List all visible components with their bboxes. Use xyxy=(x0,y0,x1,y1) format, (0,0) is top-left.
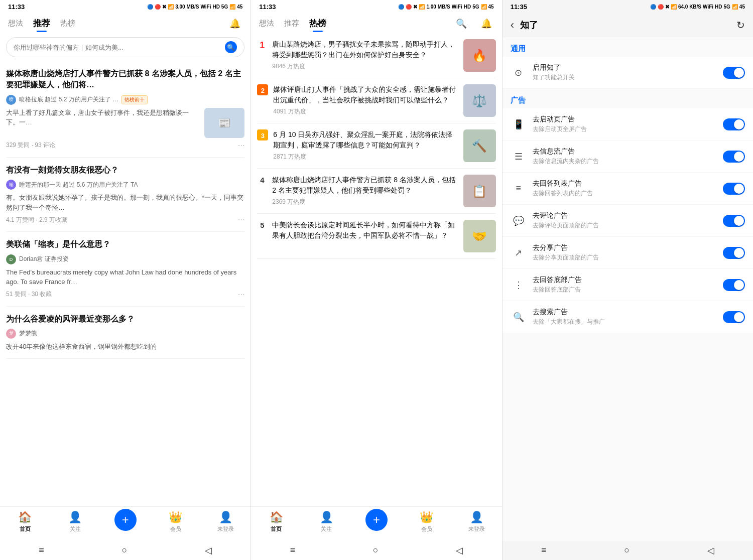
bottom-nav-profile-2[interactable]: 👤 未登录 xyxy=(452,511,502,533)
tab-hot-2[interactable]: 热榜 xyxy=(309,16,326,31)
bottom-nav-profile-1[interactable]: 👤 未登录 xyxy=(200,511,250,533)
feed-tag-1: 热榜前十 xyxy=(121,95,148,104)
sys-back-3[interactable]: ◁ xyxy=(707,545,714,556)
bottom-nav-follow-2[interactable]: 👤 关注 xyxy=(301,511,351,533)
feed-more-3[interactable]: ··· xyxy=(238,290,244,299)
hot-title-2: 媒体评唐山打人事件「挑战了大众的安全感，需让施暴者付出沉重代价」，当社会秩序被挑… xyxy=(273,84,458,105)
home-icon-1: 🏠 xyxy=(18,511,32,524)
status-time-2: 11:33 xyxy=(259,3,276,11)
sys-menu-2[interactable]: ≡ xyxy=(290,545,296,556)
bottom-nav-member-1[interactable]: 👑 会员 xyxy=(151,511,201,533)
hot-item-3[interactable]: 3 6 月 10 日吴亦凡强奸、聚众淫乱一案开庭，法院将依法择期宣判，庭审透露了… xyxy=(257,123,495,169)
search-input-1[interactable] xyxy=(14,44,221,51)
status-time-1: 11:33 xyxy=(8,3,25,11)
settings-item-search-ad[interactable]: 🔍 去搜索广告 去除「大家都在搜」与推广 xyxy=(503,301,753,333)
hot-item-2[interactable]: 2 媒体评唐山打人事件「挑战了大众的安全感，需让施暴者付出沉重代价」，当社会秩序… xyxy=(257,78,495,123)
feed-author-3: Dorian君 证券投资 xyxy=(19,255,69,263)
tab-ideas-2[interactable]: 想法 xyxy=(259,17,274,30)
search-icon-2[interactable]: 🔍 xyxy=(454,16,469,31)
toggle-comment-ad[interactable] xyxy=(723,215,745,227)
add-button-2[interactable]: + xyxy=(365,509,388,531)
search-ad-icon: 🔍 xyxy=(511,309,527,325)
follow-icon-2: 👤 xyxy=(320,511,333,524)
feed-container-1: 媒体称唐山烧烤店打人事件警方已抓获 8 名涉案人员，包括 2 名主要犯罪嫌疑人，… xyxy=(0,61,250,506)
feed-avatar-3: D xyxy=(6,254,16,264)
nav-tabs-2: 想法 推荐 热榜 🔍 🔔 xyxy=(251,14,501,33)
sys-nav-3: ≡ ○ ◁ xyxy=(503,541,753,560)
feed-ad-icon: ☰ xyxy=(511,149,527,165)
sys-back-1[interactable]: ◁ xyxy=(205,545,212,556)
toggle-answer-list-ad[interactable] xyxy=(723,183,745,195)
sys-menu-3[interactable]: ≡ xyxy=(541,545,547,556)
status-bar-1: 11:33 🔵 🔴 ✖ 📶 3.00 MB/S WiFi HD 5G 📶 45 xyxy=(0,0,250,14)
hot-heat-3: 2871 万热度 xyxy=(273,153,458,161)
tab-hot-1[interactable]: 热榜 xyxy=(60,17,75,30)
feed-more-1[interactable]: ··· xyxy=(238,141,244,150)
tab-recommend-1[interactable]: 推荐 xyxy=(33,16,50,31)
sys-home-2[interactable]: ○ xyxy=(373,545,379,556)
toggle-share-ad[interactable] xyxy=(723,247,745,259)
feed-avatar-4: 梦 xyxy=(6,329,16,339)
settings-item-enable[interactable]: ⊙ 启用知了 知了功能总开关 xyxy=(503,57,753,89)
panel-hotlist: 11:33 🔵 🔴 ✖ 📶 1.00 MB/S WiFi HD 5G 📶 45 … xyxy=(251,0,502,560)
feed-item-2[interactable]: 有没有一刻觉得女朋友很恶心？ 睡 睡莲开的那一天 超过 5.6 万的用户关注了 … xyxy=(6,158,244,232)
settings-item-feed-ad[interactable]: ☰ 去信息流广告 去除信息流内夹杂的广告 xyxy=(503,141,753,173)
settings-item-text-answer-list: 去回答列表广告 去除回答列表内的广告 xyxy=(533,179,717,198)
search-bar-1[interactable]: 🔍 xyxy=(6,37,244,57)
status-icons-2: 🔵 🔴 ✖ 📶 1.00 MB/S WiFi HD 5G 📶 45 xyxy=(398,4,493,10)
member-icon-2: 👑 xyxy=(420,511,433,524)
hot-item-5[interactable]: 5 中美防长会谈比原定时间延长半小时，如何看待中方称「如果有人胆敢把台湾分裂出去… xyxy=(257,214,495,259)
search-icon-1[interactable]: 🔍 xyxy=(225,41,237,53)
settings-item-comment-ad[interactable]: 💬 去评论广告 去除评论页面顶部的广告 xyxy=(503,205,753,237)
back-button[interactable]: ‹ xyxy=(511,19,514,32)
tab-ideas-1[interactable]: 想法 xyxy=(8,17,23,30)
toggle-feed-ad[interactable] xyxy=(723,151,745,163)
hot-item-4[interactable]: 4 媒体称唐山烧烤店打人事件警方已抓获 8 名涉案人员，包括 2 名主要犯罪嫌疑… xyxy=(257,169,495,214)
settings-item-answer-bottom-ad[interactable]: ⋮ 去回答底部广告 去除回答底部广告 xyxy=(503,269,753,301)
share-ad-icon: ↗ xyxy=(511,245,527,261)
refresh-button[interactable]: ↻ xyxy=(736,19,745,31)
sys-back-2[interactable]: ◁ xyxy=(456,545,463,556)
bottom-nav-add-1[interactable]: + xyxy=(100,511,151,533)
settings-item-splash-ad[interactable]: 📱 去启动页广告 去除启动页全屏广告 xyxy=(503,108,753,141)
feed-meta-1: 喷 喷格拉底 超过 5.2 万的用户关注了 … 热榜前十 xyxy=(6,95,244,105)
settings-item-share-ad[interactable]: ↗ 去分享广告 去除分享页面顶部的广告 xyxy=(503,237,753,269)
status-icons-3: 🔵 🔴 ✖ 📶 64.0 KB/S WiFi HD 5G 📶 45 xyxy=(650,4,745,10)
settings-item-answer-list-ad[interactable]: ≡ 去回答列表广告 去除回答列表内的广告 xyxy=(503,173,753,205)
bottom-nav-home-1[interactable]: 🏠 首页 xyxy=(0,511,50,533)
feed-text-1: 大早上看了好几篇文章，唐山女子被打事件，我还是想稍微谈一下。一… xyxy=(6,108,199,138)
feed-item-4[interactable]: 为什么谷爱凌的风评最近变那么多？ 梦 梦梦熊 改开40年来像他这样东食西宿，锅里… xyxy=(6,307,244,359)
comment-ad-icon: 💬 xyxy=(511,213,527,229)
hot-rank-4: 4 xyxy=(257,175,267,184)
feed-more-2[interactable]: ··· xyxy=(238,215,244,224)
bottom-nav-member-2[interactable]: 👑 会员 xyxy=(402,511,452,533)
answer-list-ad-icon: ≡ xyxy=(511,181,527,197)
bottom-nav-home-2[interactable]: 🏠 首页 xyxy=(251,511,301,533)
feed-title-3: 美联储「缩表」是什么意思？ xyxy=(6,239,244,250)
tab-recommend-2[interactable]: 推荐 xyxy=(284,17,299,30)
sys-home-1[interactable]: ○ xyxy=(121,545,127,556)
feed-author-4: 梦梦熊 xyxy=(19,329,37,338)
sys-menu-1[interactable]: ≡ xyxy=(39,545,44,556)
toggle-answer-bottom-ad[interactable] xyxy=(723,279,745,291)
feed-avatar-1: 喷 xyxy=(6,95,16,105)
hot-thumb-1: 🔥 xyxy=(463,39,496,72)
sys-home-3[interactable]: ○ xyxy=(624,545,630,556)
profile-icon-1: 👤 xyxy=(219,511,232,524)
bottom-nav-add-2[interactable]: + xyxy=(351,511,402,533)
bell-icon-2[interactable]: 🔔 xyxy=(479,16,494,31)
feed-stats-3: 51 赞同 · 30 收藏 ··· xyxy=(6,290,244,299)
hot-list-container: 1 唐山某路烧烤店，男子骚扰女子未果挨骂，随即动手打人，将受到哪些惩罚？出门在外… xyxy=(251,33,501,506)
toggle-enable[interactable] xyxy=(723,67,745,79)
toggle-search-ad[interactable] xyxy=(723,311,745,323)
feed-item-1[interactable]: 媒体称唐山烧烤店打人事件警方已抓获 8 名涉案人员，包括 2 名主要犯罪嫌疑人，… xyxy=(6,61,244,158)
add-button-1[interactable]: + xyxy=(114,509,137,531)
follow-icon-1: 👤 xyxy=(68,511,82,524)
hot-item-1[interactable]: 1 唐山某路烧烤店，男子骚扰女子未果挨骂，随即动手打人，将受到哪些惩罚？出门在外… xyxy=(257,33,495,78)
toggle-splash-ad[interactable] xyxy=(723,118,745,130)
feed-author-1: 喷格拉底 超过 5.2 万的用户关注了 … xyxy=(19,95,118,104)
feed-item-3[interactable]: 美联储「缩表」是什么意思？ D Dorian君 证券投资 The Fed's b… xyxy=(6,232,244,306)
bottom-nav-follow-1[interactable]: 👤 关注 xyxy=(50,511,100,533)
hot-thumb-5: 🤝 xyxy=(463,220,496,252)
bell-icon-1[interactable]: 🔔 xyxy=(227,16,242,31)
